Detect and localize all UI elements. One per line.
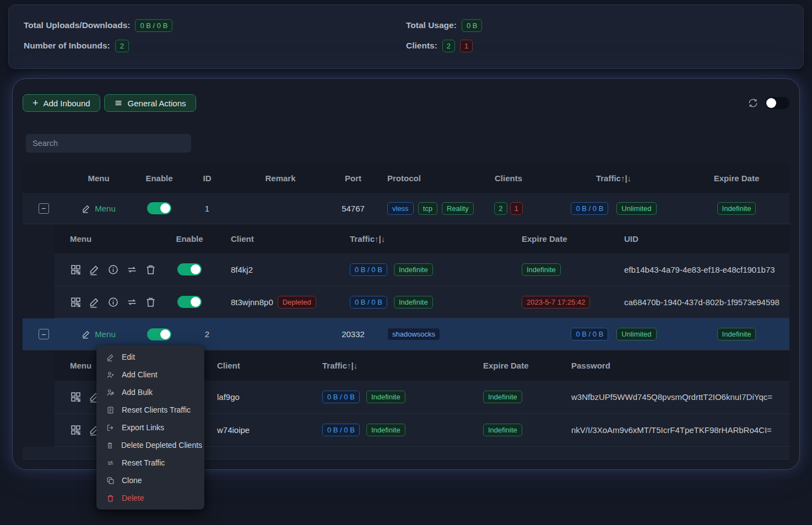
- edit-client-icon[interactable]: [89, 264, 100, 275]
- edit-pencil-icon: [82, 329, 91, 339]
- protocol-badge: shadowsocks: [387, 328, 440, 340]
- menu-item-delete-depleted-clients[interactable]: Delete Depleted Clients: [96, 436, 204, 454]
- menu-item-add-client[interactable]: Add Client: [96, 366, 204, 383]
- qrcode-icon[interactable]: [70, 391, 82, 403]
- client-expire-badge: Indefinite: [522, 263, 561, 276]
- menu-item-reset-clients-traffic[interactable]: Reset Clients Traffic: [96, 401, 204, 419]
- header-client-enable: Enable: [159, 224, 220, 253]
- stat-clients-active: 2: [442, 40, 455, 52]
- menu-item-delete[interactable]: Delete: [96, 489, 204, 507]
- stat-clients-label: Clients:: [406, 41, 437, 51]
- client-traffic-badge: 0 B / 0 B: [350, 263, 387, 276]
- traffic-limit-badge: Unlimited: [616, 328, 656, 340]
- header-client-name: Client: [220, 224, 341, 253]
- client-uid: ca68470b-1940-437d-802b-1f9573e94598: [622, 286, 789, 318]
- inbound1-clients-header: Menu Enable Client Traffic↑|↓ Expire Dat…: [55, 224, 789, 253]
- export-icon: [106, 424, 115, 432]
- stat-clients: Clients: 2 1: [406, 39, 788, 53]
- stats-right-column: Total Usage: 0 B Clients: 2 1: [406, 18, 788, 68]
- inbound-traffic: 0 B / 0 B Unlimited: [545, 193, 683, 224]
- page: Total Uploads/Downloads: 0 B / 0 B Numbe…: [0, 0, 812, 525]
- expire-badge: Indefinite: [717, 202, 756, 215]
- general-actions-label: General Actions: [128, 99, 186, 108]
- client-password: w3NfbzUPf5WWd745Q8pvsmQrdrttT2IO6knuI7Di…: [561, 381, 789, 413]
- header-traffic-sort[interactable]: Traffic↑|↓: [545, 163, 683, 193]
- menu-item-clone[interactable]: Clone: [96, 472, 204, 489]
- menu-item-export-links[interactable]: Export Links: [96, 419, 204, 436]
- menu-item-reset-traffic[interactable]: Reset Traffic: [96, 454, 204, 472]
- client-name: 8t3wjnn8p0: [231, 297, 273, 307]
- reset-client-traffic-icon[interactable]: [126, 264, 138, 275]
- plus-icon: +: [33, 98, 39, 108]
- delete-client-icon[interactable]: [145, 296, 156, 308]
- header-menu: Menu: [64, 163, 133, 193]
- refresh-icon: [748, 98, 759, 109]
- collapse-row-button[interactable]: −: [39, 203, 49, 214]
- file-reset-icon: [106, 406, 115, 414]
- inbound-menu-button[interactable]: Menu: [82, 329, 116, 339]
- header-expand-column: [23, 163, 64, 193]
- hamburger-icon: [114, 99, 123, 107]
- reset-client-traffic-icon[interactable]: [126, 296, 138, 308]
- inbound-port: 20332: [332, 318, 374, 350]
- qrcode-icon[interactable]: [70, 424, 82, 436]
- qrcode-icon[interactable]: [70, 264, 82, 275]
- stat-clients-depleted: 1: [460, 40, 473, 52]
- search-input[interactable]: [26, 134, 191, 153]
- general-actions-button[interactable]: General Actions: [104, 94, 196, 112]
- client-enable-toggle[interactable]: [177, 296, 202, 308]
- user-add-icon: [106, 371, 115, 379]
- client-traffic-badge: 0 B / 0 B: [322, 391, 360, 403]
- inbound-port: 54767: [332, 193, 374, 224]
- header-clients: Clients: [472, 163, 545, 193]
- client-enable-toggle[interactable]: [177, 263, 202, 275]
- inbound-enable-toggle[interactable]: [147, 202, 171, 214]
- header-protocol: Protocol: [374, 163, 472, 193]
- inbound-traffic: 0 B / 0 B Unlimited: [545, 318, 683, 350]
- dark-mode-toggle[interactable]: [765, 97, 789, 109]
- traffic-limit-badge: Unlimited: [616, 202, 656, 215]
- client-row-8t3wjnn8p0[interactable]: 8t3wjnn8p0 Depleted 0 B / 0 B Indefinite…: [55, 286, 789, 318]
- client-name: laf9go: [209, 381, 313, 413]
- header-enable: Enable: [133, 163, 186, 193]
- protocol-badge: vless: [387, 202, 414, 215]
- delete-users-icon: [106, 441, 114, 450]
- header-client-password: Password: [561, 350, 789, 381]
- inbounds-table-header: Menu Enable ID Remark Port Protocol Clie…: [23, 163, 789, 193]
- inbound-enable-toggle[interactable]: [147, 328, 171, 340]
- inbound-remark: [229, 318, 332, 350]
- toolbar: + Add Inbound General Actions: [23, 94, 789, 112]
- header-remark: Remark: [229, 163, 332, 193]
- delete-client-icon[interactable]: [145, 264, 156, 275]
- refresh-button[interactable]: [748, 98, 759, 109]
- inbound-menu-label: Menu: [95, 329, 116, 339]
- menu-item-edit[interactable]: Edit: [96, 348, 204, 366]
- qrcode-icon[interactable]: [70, 296, 82, 308]
- inbound-menu-button[interactable]: Menu: [82, 204, 116, 213]
- header-client-traffic-sort[interactable]: Traffic↑|↓: [341, 224, 495, 253]
- add-inbound-label: Add Inbound: [44, 99, 90, 108]
- client-traffic-limit-badge: Indefinite: [366, 424, 405, 436]
- stat-usage-value: 0 B: [462, 19, 483, 32]
- info-icon[interactable]: [107, 296, 119, 308]
- stat-uploads-downloads: Total Uploads/Downloads: 0 B / 0 B: [24, 18, 406, 33]
- inbound-id: 1: [186, 193, 229, 224]
- stat-inbounds: Number of Inbounds: 2: [24, 39, 406, 53]
- header-client-traffic-sort[interactable]: Traffic↑|↓: [313, 350, 473, 381]
- inbound-row-1[interactable]: − Menu 1 54767 vless tcp: [23, 193, 789, 224]
- add-inbound-button[interactable]: + Add Inbound: [23, 94, 100, 112]
- delete-icon: [106, 494, 115, 502]
- menu-item-add-bulk[interactable]: Add Bulk: [96, 383, 204, 401]
- inbound-context-menu: Edit Add Client Add Bulk Reset Clients T…: [96, 345, 204, 510]
- edit-client-icon[interactable]: [89, 296, 100, 308]
- traffic-badge: 0 B / 0 B: [571, 202, 608, 215]
- info-icon[interactable]: [107, 264, 119, 275]
- client-password: nkV/I/3XoAm9v6xMT/T5IcrF4TpeTKF98rHARbRo…: [561, 414, 789, 446]
- client-name: 8f4kj2: [220, 253, 341, 285]
- collapse-row-button[interactable]: −: [39, 329, 49, 339]
- client-row-8f4kj2[interactable]: 8f4kj2 0 B / 0 B Indefinite Indefinite e…: [55, 253, 789, 286]
- clone-icon: [106, 477, 115, 485]
- client-traffic: 0 B / 0 B Indefinite: [341, 286, 495, 318]
- traffic-badge: 0 B / 0 B: [571, 328, 608, 340]
- inbound-clients-counts: 2 1: [472, 193, 545, 224]
